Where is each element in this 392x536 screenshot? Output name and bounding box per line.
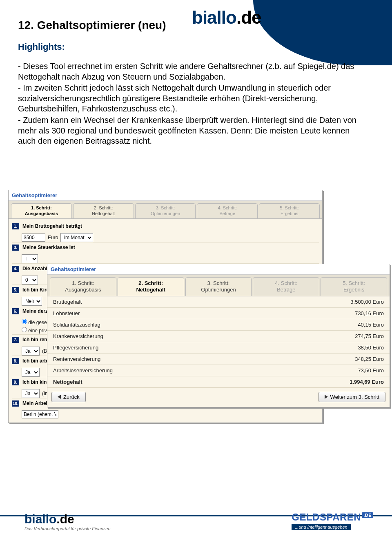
result-row: Rentenversicherung348,25 Euro <box>47 353 390 365</box>
tab: 3. Schritt:Optimierungen <box>135 203 196 218</box>
q-label: Meine Steuerklasse ist <box>22 245 75 250</box>
result-value: 40,15 Euro <box>358 322 384 328</box>
result-row: Nettogehalt1.994,69 Euro <box>47 376 390 387</box>
page-footer: biallo.de Das Verbraucherportal für priv… <box>0 491 392 536</box>
result-value: 348,25 Euro <box>355 356 384 362</box>
result-label: Arbeitslosenversicherung <box>53 367 113 374</box>
q-num: 9. <box>12 379 19 385</box>
result-value: 274,75 Euro <box>355 333 384 339</box>
result-row: Arbeitslosenversicherung73,50 Euro <box>47 365 390 376</box>
q-label: Mein Bruttogehalt beträgt <box>22 223 82 229</box>
footer-left: biallo.de Das Verbraucherportal für priv… <box>24 512 111 531</box>
next-button[interactable]: Weiter zum 3. Schritt <box>318 392 385 402</box>
biallo-logo: biallo.de <box>192 7 261 28</box>
kirche-select[interactable]: Nein <box>22 297 42 306</box>
result-row: Krankenversicherung274,75 Euro <box>47 330 390 342</box>
body-text: - Dieses Tool errechnet im ersten Schrit… <box>18 61 377 147</box>
q-num: 3. <box>12 245 19 251</box>
window-title: Gehaltsoptimierer <box>9 190 322 201</box>
arrow-right-icon <box>325 395 328 399</box>
window-title: Gehaltsoptimierer <box>47 264 390 275</box>
result-label: Nettogehalt <box>53 379 82 385</box>
result-value: 730,16 Euro <box>355 310 384 316</box>
q-num: 10. <box>12 400 19 407</box>
tab: 4. Schritt:Beträge <box>253 277 319 296</box>
tab[interactable]: 2. Schritt:Nettogehalt <box>118 277 184 296</box>
unit-euro: Euro <box>48 235 58 240</box>
renten-select[interactable]: Ja <box>22 347 40 356</box>
result-value: 1.994,69 Euro <box>350 379 384 385</box>
result-label: Lohnsteuer <box>53 310 80 316</box>
result-label: Bruttogehalt <box>53 299 82 305</box>
tab[interactable]: 2. Schritt:Nettogehalt <box>73 203 134 218</box>
footer-logo-de: .de <box>56 512 74 526</box>
result-row: Pflegeversicherung38,50 Euro <box>47 342 390 353</box>
footer-tagline-right: ...und intelligent ausgeben <box>292 524 350 530</box>
brutto-input[interactable] <box>22 234 45 242</box>
arrow-left-icon <box>58 395 61 399</box>
q-num: 7. <box>12 337 19 343</box>
result-value: 38,50 Euro <box>358 345 384 351</box>
result-value: 73,50 Euro <box>358 367 384 374</box>
back-button[interactable]: Zurück <box>51 392 86 402</box>
q-num: 4. <box>12 266 19 272</box>
kinder-select[interactable]: 0 <box>22 276 38 285</box>
para-2: - Im zweiten Schritt jedoch lässt sich N… <box>18 83 357 114</box>
tab[interactable]: 1. Schritt:Ausgangsbasis <box>50 277 116 296</box>
tab: 5. Schritt:Ergebnis <box>259 203 320 218</box>
arbeitsort-input[interactable] <box>22 410 58 418</box>
window-step2: Gehaltsoptimierer 1. Schritt:Ausgangsbas… <box>47 264 390 407</box>
q-num: 5. <box>12 287 19 293</box>
para-3: - Zudem kann ein Wechsel der Krankenkass… <box>18 115 357 147</box>
q-num: 1. <box>12 223 19 229</box>
result-label: Pflegeversicherung <box>53 345 98 351</box>
result-row: Bruttogehalt3.500,00 Euro <box>47 296 390 307</box>
logo-text-biallo: biallo <box>192 7 236 27</box>
q-num: 6. <box>12 308 19 314</box>
result-label: Krankenversicherung <box>53 333 103 339</box>
footer-tagline-left: Das Verbraucherportal für private Finanz… <box>24 526 111 531</box>
tab[interactable]: 1. Schritt:Ausgangsbasis <box>11 203 72 218</box>
result-label: Rentenversicherung <box>53 356 100 362</box>
footer-logo-biallo: biallo <box>24 512 56 526</box>
results-table: Bruttogehalt3.500,00 EuroLohnsteuer730,1… <box>47 296 390 387</box>
kinder2-select[interactable]: Ja <box>22 389 40 398</box>
footer-right: GELDSPAREN.DE ...und intelligent ausgebe… <box>292 512 373 530</box>
period-select[interactable]: im Monat <box>60 233 93 242</box>
arbeits-select[interactable]: Ja <box>22 368 40 377</box>
q-num: 8. <box>12 358 19 364</box>
tab: 5. Schritt:Ergebnis <box>321 277 387 296</box>
tabbar-step2: 1. Schritt:Ausgangsbasis2. Schritt:Netto… <box>47 275 390 296</box>
para-1: - Dieses Tool errechnet im ersten Schrit… <box>18 61 357 82</box>
tab: 4. Schritt:Beträge <box>197 203 258 218</box>
geldsparen-logo: GELDSPAREN.DE <box>292 512 373 523</box>
logo-text-de: .de <box>236 7 261 27</box>
tabbar-step1: 1. Schritt:Ausgangsbasis2. Schritt:Netto… <box>9 201 322 219</box>
tab[interactable]: 3. Schritt:Optimierungen <box>185 277 252 296</box>
result-row: Lohnsteuer730,16 Euro <box>47 307 390 319</box>
result-label: Solidaritätszuschlag <box>53 322 100 328</box>
result-value: 3.500,00 Euro <box>350 299 384 305</box>
taxclass-select[interactable]: I <box>22 254 38 263</box>
result-row: Solidaritätszuschlag40,15 Euro <box>47 319 390 330</box>
highlights-label: Highlights: <box>18 42 377 52</box>
